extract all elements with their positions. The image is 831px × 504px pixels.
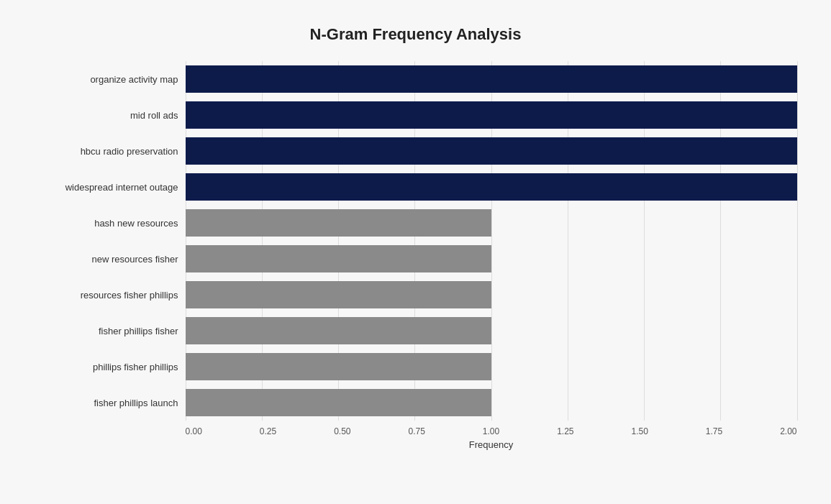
bar-row [186,313,797,349]
bar-row [186,169,797,205]
chart-container: N-Gram Frequency Analysis organize activ… [20,11,812,493]
bar-row [186,205,797,241]
bar-row [186,241,797,277]
x-tick-label: 0.00 [186,426,202,436]
bar-fill [186,173,797,201]
bar-fill [186,101,797,129]
bar-label: new resources fisher [35,241,186,277]
bar-row [186,97,797,133]
chart-title: N-Gram Frequency Analysis [35,25,797,44]
x-axis-label: Frequency [186,439,797,450]
bar-label: phillips fisher phillips [35,349,186,385]
x-tick-label: 1.50 [631,426,648,436]
x-tick-label: 0.25 [260,426,276,436]
bar-row [186,61,797,97]
x-tick-label: 0.75 [408,426,424,436]
bar-label: hbcu radio preservation [35,133,186,169]
bar-label: widespread internet outage [35,169,186,205]
bar-fill [186,317,491,344]
bar-row [186,349,797,385]
x-tick-label: 1.25 [557,426,573,436]
bar-label: resources fisher phillips [35,277,186,313]
x-tick-label: 1.75 [706,426,722,436]
chart-body: organize activity mapmid roll adshbcu ra… [35,61,797,421]
bar-fill [186,137,797,165]
bar-fill [186,65,797,93]
bars-column [186,61,797,421]
bar-row [186,133,797,169]
bar-label: fisher phillips fisher [35,313,186,349]
bar-label: hash new resources [35,205,186,241]
bar-label: fisher phillips launch [35,385,186,421]
bar-label: mid roll ads [35,97,186,133]
bar-label: organize activity map [35,61,186,97]
labels-column: organize activity mapmid roll adshbcu ra… [35,61,186,421]
bar-row [186,277,797,313]
bar-fill [186,281,491,308]
x-tick-label: 0.50 [334,426,350,436]
x-tick-label: 2.00 [780,426,796,436]
bar-fill [186,245,491,272]
x-tick-label: 1.00 [483,426,499,436]
grid-line [797,61,798,421]
x-axis: 0.000.250.500.751.001.251.501.752.00 Fre… [186,426,797,450]
bar-row [186,385,797,421]
bar-fill [186,353,491,380]
bar-fill [186,209,491,237]
bar-fill [186,389,491,416]
